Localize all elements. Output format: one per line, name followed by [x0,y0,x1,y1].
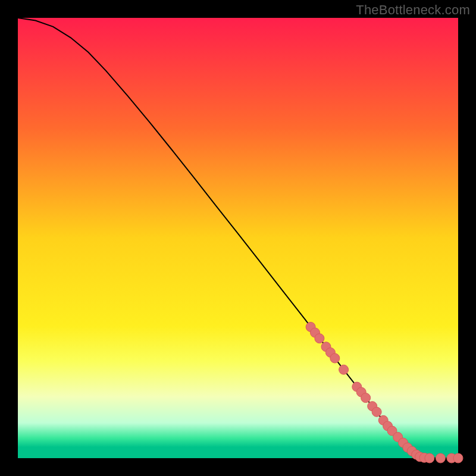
data-marker [361,393,371,403]
data-marker [330,353,340,363]
watermark-text: TheBottleneck.com [356,2,470,18]
data-marker [453,453,463,463]
data-marker [339,365,349,374]
data-marker [372,407,381,416]
data-marker [425,453,434,463]
plot-background [18,18,458,458]
data-marker [315,334,324,343]
chart-svg [0,0,476,476]
chart-container: { "watermark": "TheBottleneck.com", "cha… [0,0,476,476]
data-marker [436,453,445,463]
